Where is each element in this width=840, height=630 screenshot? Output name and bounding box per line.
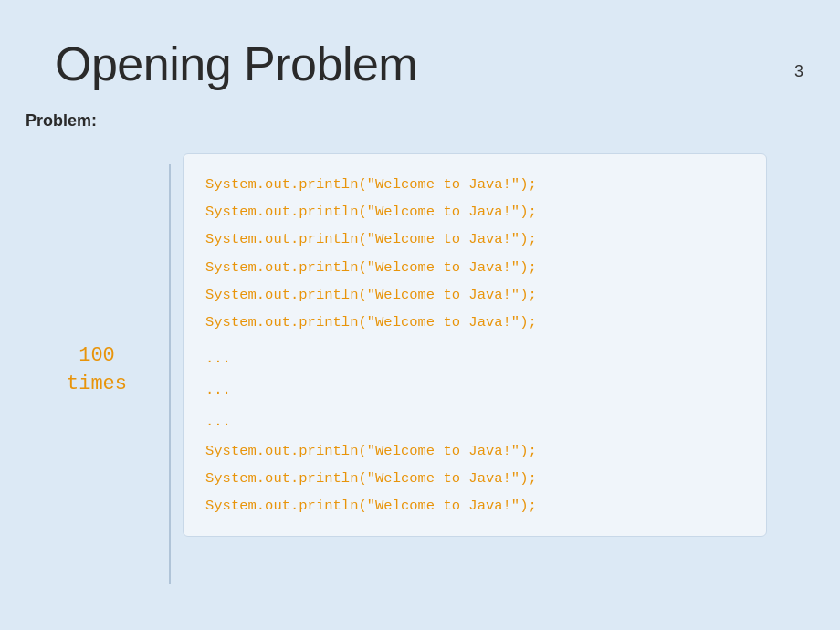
code-lines-top: System.out.println("Welcome to Java!");S… <box>205 171 744 336</box>
ellipsis-3: ... <box>205 406 744 437</box>
code-line-bottom-2: System.out.println("Welcome to Java!"); <box>205 492 744 520</box>
code-line-bottom-0: System.out.println("Welcome to Java!"); <box>205 437 744 465</box>
code-line-top-1: System.out.println("Welcome to Java!"); <box>205 198 744 226</box>
page-number: 3 <box>794 62 803 81</box>
code-line-top-4: System.out.println("Welcome to Java!"); <box>205 281 744 309</box>
code-line-top-0: System.out.println("Welcome to Java!"); <box>205 171 744 198</box>
code-line-top-5: System.out.println("Welcome to Java!"); <box>205 309 744 336</box>
ellipsis-1: ... <box>205 343 744 374</box>
code-line-bottom-1: System.out.println("Welcome to Java!"); <box>205 465 744 492</box>
code-box: System.out.println("Welcome to Java!");S… <box>183 153 767 537</box>
page-title: Opening Problem <box>55 37 417 91</box>
ellipsis-2: ... <box>205 374 744 405</box>
code-lines-bottom: System.out.println("Welcome to Java!");S… <box>205 437 744 520</box>
bracket-line <box>169 164 171 584</box>
code-line-top-2: System.out.println("Welcome to Java!"); <box>205 226 744 253</box>
problem-label: Problem: <box>26 111 97 131</box>
side-label: 100 times <box>67 342 127 399</box>
code-line-top-3: System.out.println("Welcome to Java!"); <box>205 254 744 281</box>
